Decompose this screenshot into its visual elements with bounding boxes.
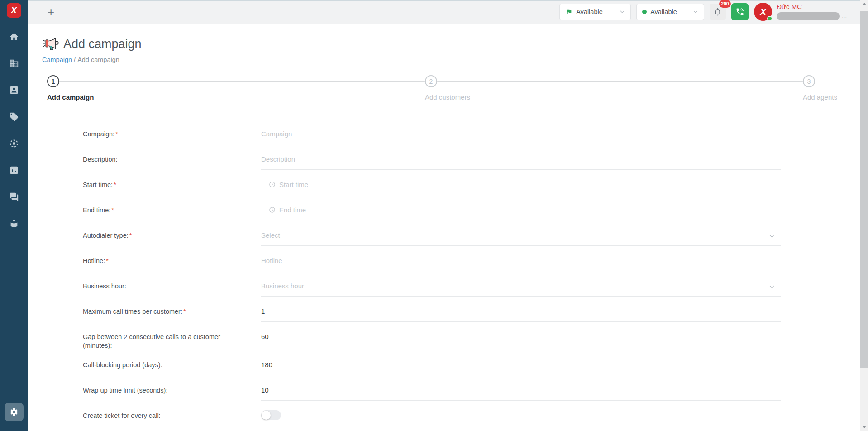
form-row-create-ticket: Create ticket for every call: [83, 409, 860, 420]
redacted-bar [777, 12, 840, 20]
bar-chart-icon [9, 165, 19, 175]
app-logo[interactable]: X [7, 3, 21, 18]
settings-button[interactable] [5, 403, 24, 421]
steps-indicator: 1Add campaign2Add customers3Add agents [47, 75, 815, 103]
vertical-scrollbar [860, 0, 868, 431]
field-label-text: Gap between 2 consecutive calls to a cus… [83, 333, 220, 349]
sidebar-item-campaigns[interactable] [0, 130, 28, 157]
wrap-up-limit-label: Wrap up time limit (seconds): [83, 384, 232, 395]
field-label-text: Business hour: [83, 283, 126, 290]
form-row-end-time: End time:*End time [83, 204, 860, 220]
home-icon [9, 32, 19, 42]
call-blocking-period-input[interactable]: 180 [261, 359, 781, 375]
chevron-down-icon [768, 283, 776, 291]
main-area: + AvailableAvailable 200 X Đức MC [28, 0, 860, 431]
autodialer-type-select[interactable]: Select [261, 229, 781, 246]
call-button[interactable] [731, 3, 749, 20]
sidebar-item-products[interactable] [0, 210, 28, 237]
end-time-label: End time:* [83, 204, 232, 215]
status-select-2[interactable]: Available [636, 4, 704, 20]
field-label-text: Create ticket for every call: [83, 412, 161, 419]
create-ticket-field[interactable] [261, 409, 781, 420]
step-connector [59, 81, 425, 82]
field-placeholder: Start time [279, 181, 308, 188]
required-asterisk: * [183, 308, 186, 315]
start-time-input[interactable]: Start time [261, 178, 781, 195]
step-label-2: Add customers [425, 93, 470, 101]
business-hour-select[interactable]: Business hour [261, 280, 781, 297]
toggle-knob [262, 411, 271, 420]
scrollbar-thumb[interactable] [860, 11, 868, 368]
field-label-text: Call-blocking period (days): [83, 361, 162, 369]
avatar: X [754, 3, 772, 21]
field-label-text: Wrap up time limit (seconds): [83, 387, 167, 394]
breadcrumb-parent-link[interactable]: Campaign [42, 56, 72, 63]
hotline-input[interactable]: Hotline [261, 254, 781, 271]
call-gap-input[interactable]: 60 [261, 330, 781, 347]
form-row-wrap-up-limit: Wrap up time limit (seconds):10 [83, 384, 860, 401]
sidebar-item-home[interactable] [0, 23, 28, 50]
sidebar-item-contacts[interactable] [0, 77, 28, 103]
required-asterisk: * [111, 206, 114, 214]
wrap-up-limit-input[interactable]: 10 [261, 384, 781, 401]
call-gap-label: Gap between 2 consecutive calls to a cus… [83, 330, 232, 350]
scroll-up-arrow[interactable] [860, 0, 868, 8]
ellipsis-text: ... [842, 14, 847, 19]
field-placeholder: Campaign [261, 130, 292, 138]
step-circle-2[interactable]: 2 [425, 75, 437, 87]
description-input[interactable]: Description [261, 153, 781, 170]
call-blocking-period-label: Call-blocking period (days): [83, 359, 232, 369]
required-asterisk: * [129, 232, 132, 239]
form-row-autodialer-type: Autodialer type:*Select [83, 229, 860, 246]
end-time-input[interactable]: End time [261, 204, 781, 220]
chat-icon [9, 192, 19, 202]
target-icon [9, 139, 19, 148]
status-select-1[interactable]: Available [559, 4, 631, 20]
field-placeholder: Hotline [261, 257, 282, 264]
max-call-times-input[interactable]: 1 [261, 305, 781, 322]
new-tab-button[interactable]: + [48, 6, 54, 18]
form-row-call-blocking-period: Call-blocking period (days):180 [83, 359, 860, 375]
status-selects: AvailableAvailable [559, 4, 704, 20]
phone-icon [735, 7, 744, 16]
sidebar-item-company[interactable] [0, 50, 28, 77]
step-circle-3[interactable]: 3 [803, 75, 815, 87]
user-masked-info: ... [777, 12, 847, 20]
hotline-label: Hotline:* [83, 254, 232, 265]
field-value: 180 [261, 361, 272, 369]
breadcrumb-current: Add campaign [77, 56, 119, 63]
field-value: 60 [261, 333, 269, 340]
campaign-input[interactable]: Campaign [261, 128, 781, 144]
page-content: Add campaign Campaign/Add campaign 1Add … [28, 24, 860, 431]
sidebar-item-conversations[interactable] [0, 183, 28, 210]
notifications-button[interactable]: 200 [710, 4, 726, 20]
create-ticket-toggle[interactable] [261, 410, 281, 420]
form-row-campaign: Campaign:*Campaign [83, 128, 860, 144]
required-asterisk: * [114, 181, 116, 188]
page-title: Add campaign [63, 37, 142, 51]
user-meta: Đức MC ... [777, 3, 847, 20]
required-asterisk: * [115, 130, 118, 138]
tag-icon [9, 112, 19, 122]
field-label-text: Campaign: [83, 130, 114, 138]
step-circle-1[interactable]: 1 [47, 75, 59, 87]
step-label-3: Add agents [803, 93, 837, 101]
status-dot-icon [642, 10, 647, 14]
field-label-text: End time: [83, 206, 110, 214]
building-icon [9, 58, 19, 68]
form-row-max-call-times: Maximum call times per customer:*1 [83, 305, 860, 322]
breadcrumb: Campaign/Add campaign [42, 56, 860, 63]
field-value: 10 [261, 386, 269, 394]
sidebar-item-tags[interactable] [0, 103, 28, 130]
avatar-initial: X [760, 7, 766, 17]
breadcrumb-separator: / [74, 56, 76, 63]
sidebar: X [0, 0, 28, 431]
gear-icon [10, 407, 19, 417]
campaign-label: Campaign:* [83, 128, 232, 139]
field-label-text: Description: [83, 156, 118, 163]
user-menu[interactable]: X Đức MC ... [754, 3, 847, 21]
topbar-right: AvailableAvailable 200 X Đức MC [559, 3, 860, 21]
field-placeholder: End time [279, 206, 306, 214]
sidebar-item-reports[interactable] [0, 157, 28, 183]
scroll-down-arrow[interactable] [860, 423, 868, 431]
